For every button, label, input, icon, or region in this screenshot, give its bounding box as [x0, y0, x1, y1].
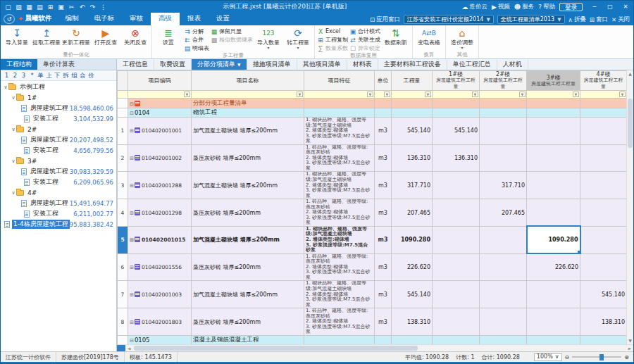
expand-icon[interactable]: ∨	[11, 127, 16, 132]
zoom-slider[interactable]	[572, 356, 621, 358]
ribbon-tab-高级[interactable]: 高级	[151, 13, 180, 25]
tab-工程信息[interactable]: 工程信息	[117, 59, 154, 70]
tab-分部分项清单[interactable]: 分部分项清单▼	[192, 59, 247, 70]
tab-材料表[interactable]: 材料表	[347, 59, 378, 70]
save-icon[interactable]: ▦	[25, 2, 34, 11]
tab-取费设置[interactable]: 取费设置	[154, 59, 192, 70]
tree-toolbar-button-价[interactable]: 价	[87, 71, 95, 80]
expand-icon[interactable]: ⊞	[130, 183, 134, 189]
row-number[interactable]: 4	[118, 199, 128, 227]
tree-toolbar-button-单[interactable]: 单	[37, 71, 44, 80]
app-window-button[interactable]: ⊡应用窗口	[370, 15, 400, 24]
col-header-feat[interactable]: 项目特征	[304, 71, 375, 91]
tree-node[interactable]: ∨4#	[1, 187, 116, 198]
filter-cell-b2[interactable]: ▼	[480, 91, 527, 99]
help-button[interactable]: ?帮助	[538, 3, 555, 11]
scroll-down-icon[interactable]: ▼	[627, 337, 633, 344]
filter-icon[interactable]: ▼	[472, 92, 478, 97]
horizontal-scroll-thumb[interactable]	[134, 346, 418, 351]
tree-toolbar-button-下[interactable]: 下	[54, 71, 61, 80]
import-calc-button[interactable]: ↧导入算量	[3, 26, 31, 46]
more-icon[interactable]: ⋮	[99, 2, 108, 11]
filter-icon[interactable]: ▼	[384, 92, 390, 97]
tree-toolbar-button-*[interactable]: *	[28, 71, 36, 80]
keep-display-button[interactable]: ▦保留只显	[211, 27, 253, 35]
link-generate-button[interactable]: ⇄关联生成	[349, 36, 380, 44]
close-backcheck-button[interactable]: ⊗关闭反查	[121, 26, 149, 46]
boq-item-row[interactable]: 5⊞010402001015加气混凝土砌块墙 墙厚≤200mm1. 砌块品种、规…	[118, 226, 627, 253]
zoom-in-icon[interactable]: ⊕	[624, 354, 629, 360]
tree-toolbar-button-拆[interactable]: 拆	[62, 71, 70, 80]
col-header-code[interactable]: 项目编码	[128, 71, 192, 91]
ribbon-tab-审核[interactable]: 审核	[122, 13, 151, 25]
tree-node[interactable]: 安装工程4,656,799.56	[1, 145, 116, 156]
col-header-qty[interactable]: 工程量	[392, 71, 433, 91]
merge-button[interactable]: ⇇合并	[184, 36, 209, 44]
filter-cell-b3[interactable]: ▼	[527, 91, 580, 99]
vertical-scroll-thumb[interactable]	[628, 99, 633, 148]
ab-convert-button[interactable]: A⇄B变电表格	[415, 26, 443, 46]
row-number[interactable]: 1	[118, 118, 128, 145]
filter-cell-qty[interactable]: ▼	[392, 91, 433, 99]
filter-icon[interactable]: ▼	[619, 92, 626, 97]
undo-icon[interactable]: ↶	[77, 2, 87, 11]
import-count-button[interactable]: 123导入数量▾	[254, 26, 282, 49]
service-button[interactable]: ☻服务	[514, 3, 534, 11]
app-brand[interactable]: ✦晨曦软件	[16, 14, 57, 25]
filter-icon[interactable]: ▼	[573, 92, 579, 97]
filter-icon[interactable]: ▼	[184, 92, 190, 97]
filter-icon[interactable]: ▼	[367, 92, 373, 97]
tree-node[interactable]: 房屋建筑工程30,983,329.59	[1, 166, 116, 177]
sidebar-tab-单价计算表[interactable]: 单价计算表	[37, 59, 80, 70]
expand-icon[interactable]: ∨	[11, 158, 16, 164]
detail-table-button[interactable]: ▤明细表	[184, 44, 209, 52]
col-header-num[interactable]	[118, 71, 128, 91]
col-header-b4[interactable]: 4#楼房屋建筑工程工程量	[580, 71, 627, 91]
col-header-b2[interactable]: 2#楼房屋建筑工程工程量	[480, 71, 527, 91]
back-icon[interactable]: ↺	[4, 14, 15, 24]
section-row[interactable]: ⊟0105混凝土及钢筋混凝土工程	[118, 335, 627, 344]
col-header-unit[interactable]: 单位	[375, 71, 392, 91]
maximize-button[interactable]: ▢	[602, 1, 618, 13]
boq-item-row[interactable]: 2⊞010402001002蒸压灰砂砖 墙厚≤200mm1. 砖品种、规格、强度…	[118, 144, 627, 172]
collapse-icon[interactable]: ⊟	[130, 111, 134, 116]
filter-cell-code[interactable]: ▼	[128, 91, 192, 99]
tab-主要材料和工程设备[interactable]: 主要材料和工程设备	[378, 59, 447, 70]
update-quantity-button[interactable]: ↻更新工程量	[62, 26, 90, 46]
total-mode-button[interactable]: ▣合计模式	[349, 27, 380, 35]
row-number[interactable]: 2	[118, 144, 128, 172]
extract-quantity-button[interactable]: ↥提取工程量	[32, 26, 61, 46]
list-dropdown[interactable]: 全统工程量清单2013▼	[497, 15, 565, 24]
collapse-ribbon-button[interactable]: ∧折叠	[568, 15, 586, 24]
row-number[interactable]: 5	[118, 226, 128, 253]
row-number[interactable]: 3	[118, 172, 128, 199]
ribbon-tab-设置[interactable]: 设置	[209, 13, 237, 25]
boq-item-row[interactable]: 8⊞010402001803蒸压灰砂砖 墙厚≤200mm1. 砖品种、规格、强度…	[118, 308, 627, 336]
tree-node[interactable]: 安装工程6,211,002.77	[1, 208, 116, 219]
filter-icon[interactable]: ▼	[297, 92, 303, 97]
filter-icon[interactable]: ▼	[425, 92, 431, 97]
ribbon-tab-编制[interactable]: 编制	[57, 13, 86, 25]
scroll-right-icon[interactable]: ►	[626, 346, 633, 351]
filter-cell-name[interactable]: ▼	[192, 91, 304, 99]
boq-item-row[interactable]: 7⊞010402001003加气混凝土砌块墙 墙厚≤200mm1. 砌块品种、规…	[118, 281, 627, 308]
col-header-b3[interactable]: 3#楼房屋建筑工程工程量	[527, 71, 580, 91]
login-button[interactable]: 登录	[559, 3, 583, 11]
vertical-scrollbar[interactable]: ▲ ▼	[626, 70, 633, 344]
tree-node[interactable]: ∨3#	[1, 156, 116, 166]
tree-toolbar-button-合[interactable]: 合	[79, 71, 87, 80]
expand-icon[interactable]: ∨	[11, 190, 16, 196]
filter-cell-unit[interactable]: ▼	[375, 91, 392, 99]
tree-node[interactable]: 1-4栋房屋建筑工程95,883,382.42	[1, 219, 116, 230]
tree-node[interactable]: 房屋建筑工程15,491,694.77	[1, 198, 116, 208]
cost-adjust-button[interactable]: ⌂造价调整▾	[448, 26, 476, 49]
horizontal-scrollbar[interactable]: ◄ ►	[117, 344, 633, 351]
tree-toolbar-button-组[interactable]: 组	[70, 71, 78, 80]
ribbon-tab-报表[interactable]: 报表	[180, 13, 209, 25]
collapse-icon[interactable]: ⊟	[130, 338, 134, 344]
tree-node[interactable]: ∨2#	[1, 124, 116, 134]
cut-icon[interactable]: ✂	[67, 2, 76, 11]
tab-人材机[interactable]: 人材机	[497, 59, 528, 70]
print-icon[interactable]: ▤	[35, 2, 44, 11]
video-button[interactable]: ▶视频	[492, 3, 510, 11]
